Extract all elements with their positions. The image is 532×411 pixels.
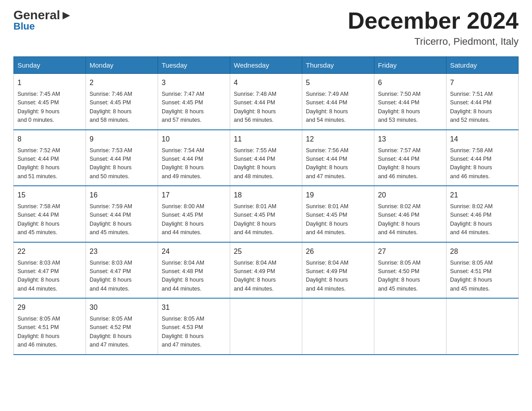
day-number: 30 bbox=[90, 302, 154, 313]
calendar-week-row: 22Sunrise: 8:03 AMSunset: 4:47 PMDayligh… bbox=[14, 242, 519, 299]
table-row: 24Sunrise: 8:04 AMSunset: 4:48 PMDayligh… bbox=[158, 242, 230, 299]
col-saturday: Saturday bbox=[446, 57, 519, 74]
table-row: 6Sunrise: 7:50 AMSunset: 4:44 PMDaylight… bbox=[374, 74, 446, 130]
calendar-week-row: 15Sunrise: 7:58 AMSunset: 4:44 PMDayligh… bbox=[14, 186, 519, 242]
table-row: 7Sunrise: 7:51 AMSunset: 4:44 PMDaylight… bbox=[446, 74, 519, 130]
table-row: 19Sunrise: 8:01 AMSunset: 4:45 PMDayligh… bbox=[302, 186, 374, 242]
day-info: Sunrise: 8:04 AMSunset: 4:48 PMDaylight:… bbox=[162, 259, 226, 294]
day-info: Sunrise: 8:05 AMSunset: 4:51 PMDaylight:… bbox=[17, 315, 82, 350]
day-number: 4 bbox=[234, 77, 298, 88]
table-row bbox=[302, 298, 374, 355]
table-row: 28Sunrise: 8:05 AMSunset: 4:51 PMDayligh… bbox=[446, 242, 519, 299]
calendar-week-row: 29Sunrise: 8:05 AMSunset: 4:51 PMDayligh… bbox=[14, 298, 519, 355]
table-row: 20Sunrise: 8:02 AMSunset: 4:46 PMDayligh… bbox=[374, 186, 446, 242]
day-info: Sunrise: 8:02 AMSunset: 4:46 PMDaylight:… bbox=[378, 202, 442, 237]
col-monday: Monday bbox=[86, 57, 158, 74]
day-number: 21 bbox=[450, 190, 515, 201]
location-title: Tricerro, Piedmont, Italy bbox=[348, 36, 519, 47]
table-row bbox=[230, 298, 302, 355]
day-info: Sunrise: 8:01 AMSunset: 4:45 PMDaylight:… bbox=[306, 202, 370, 237]
day-info: Sunrise: 8:03 AMSunset: 4:47 PMDaylight:… bbox=[90, 259, 154, 294]
table-row: 5Sunrise: 7:49 AMSunset: 4:44 PMDaylight… bbox=[302, 74, 374, 130]
col-friday: Friday bbox=[374, 57, 446, 74]
day-number: 28 bbox=[450, 246, 515, 257]
day-number: 11 bbox=[234, 134, 298, 145]
day-number: 14 bbox=[450, 134, 515, 145]
day-info: Sunrise: 8:03 AMSunset: 4:47 PMDaylight:… bbox=[17, 259, 82, 294]
logo-arrow-icon: ► bbox=[60, 9, 73, 21]
table-row: 1Sunrise: 7:45 AMSunset: 4:45 PMDaylight… bbox=[14, 74, 86, 130]
table-row: 10Sunrise: 7:54 AMSunset: 4:44 PMDayligh… bbox=[158, 130, 230, 186]
day-info: Sunrise: 8:05 AMSunset: 4:51 PMDaylight:… bbox=[450, 259, 515, 294]
day-info: Sunrise: 7:53 AMSunset: 4:44 PMDaylight:… bbox=[90, 146, 154, 181]
day-number: 24 bbox=[162, 246, 226, 257]
day-info: Sunrise: 8:04 AMSunset: 4:49 PMDaylight:… bbox=[234, 259, 298, 294]
table-row: 18Sunrise: 8:01 AMSunset: 4:45 PMDayligh… bbox=[230, 186, 302, 242]
day-info: Sunrise: 7:58 AMSunset: 4:44 PMDaylight:… bbox=[17, 202, 82, 237]
day-info: Sunrise: 7:45 AMSunset: 4:45 PMDaylight:… bbox=[17, 90, 82, 125]
day-info: Sunrise: 8:02 AMSunset: 4:46 PMDaylight:… bbox=[450, 202, 515, 237]
table-row: 23Sunrise: 8:03 AMSunset: 4:47 PMDayligh… bbox=[86, 242, 158, 299]
day-number: 29 bbox=[17, 302, 82, 313]
table-row: 31Sunrise: 8:05 AMSunset: 4:53 PMDayligh… bbox=[158, 298, 230, 355]
title-section: December 2024 Tricerro, Piedmont, Italy bbox=[348, 9, 519, 47]
table-row: 26Sunrise: 8:04 AMSunset: 4:49 PMDayligh… bbox=[302, 242, 374, 299]
day-number: 10 bbox=[162, 134, 226, 145]
day-info: Sunrise: 8:05 AMSunset: 4:52 PMDaylight:… bbox=[90, 315, 154, 350]
day-info: Sunrise: 7:57 AMSunset: 4:44 PMDaylight:… bbox=[378, 146, 442, 181]
table-row: 12Sunrise: 7:56 AMSunset: 4:44 PMDayligh… bbox=[302, 130, 374, 186]
col-wednesday: Wednesday bbox=[230, 57, 302, 74]
day-info: Sunrise: 7:46 AMSunset: 4:45 PMDaylight:… bbox=[90, 90, 154, 125]
day-info: Sunrise: 8:01 AMSunset: 4:45 PMDaylight:… bbox=[234, 202, 298, 237]
day-number: 5 bbox=[306, 77, 370, 88]
day-info: Sunrise: 8:05 AMSunset: 4:53 PMDaylight:… bbox=[162, 315, 226, 350]
table-row: 29Sunrise: 8:05 AMSunset: 4:51 PMDayligh… bbox=[14, 298, 86, 355]
day-info: Sunrise: 7:58 AMSunset: 4:44 PMDaylight:… bbox=[450, 146, 515, 181]
day-number: 2 bbox=[90, 77, 154, 88]
day-number: 18 bbox=[234, 190, 298, 201]
calendar-week-row: 1Sunrise: 7:45 AMSunset: 4:45 PMDaylight… bbox=[14, 74, 519, 130]
day-number: 8 bbox=[17, 134, 82, 145]
table-row: 30Sunrise: 8:05 AMSunset: 4:52 PMDayligh… bbox=[86, 298, 158, 355]
table-row: 2Sunrise: 7:46 AMSunset: 4:45 PMDaylight… bbox=[86, 74, 158, 130]
day-number: 31 bbox=[162, 302, 226, 313]
day-number: 17 bbox=[162, 190, 226, 201]
col-tuesday: Tuesday bbox=[158, 57, 230, 74]
day-number: 20 bbox=[378, 190, 442, 201]
table-row: 3Sunrise: 7:47 AMSunset: 4:45 PMDaylight… bbox=[158, 74, 230, 130]
table-row: 15Sunrise: 7:58 AMSunset: 4:44 PMDayligh… bbox=[14, 186, 86, 242]
table-row: 9Sunrise: 7:53 AMSunset: 4:44 PMDaylight… bbox=[86, 130, 158, 186]
day-number: 12 bbox=[306, 134, 370, 145]
calendar-week-row: 8Sunrise: 7:52 AMSunset: 4:44 PMDaylight… bbox=[14, 130, 519, 186]
day-info: Sunrise: 8:00 AMSunset: 4:45 PMDaylight:… bbox=[162, 202, 226, 237]
day-number: 3 bbox=[162, 77, 226, 88]
day-info: Sunrise: 7:47 AMSunset: 4:45 PMDaylight:… bbox=[162, 90, 226, 125]
day-info: Sunrise: 7:52 AMSunset: 4:44 PMDaylight:… bbox=[17, 146, 82, 181]
table-row: 8Sunrise: 7:52 AMSunset: 4:44 PMDaylight… bbox=[14, 130, 86, 186]
table-row: 14Sunrise: 7:58 AMSunset: 4:44 PMDayligh… bbox=[446, 130, 519, 186]
day-number: 25 bbox=[234, 246, 298, 257]
table-row: 11Sunrise: 7:55 AMSunset: 4:44 PMDayligh… bbox=[230, 130, 302, 186]
day-info: Sunrise: 7:51 AMSunset: 4:44 PMDaylight:… bbox=[450, 90, 515, 125]
day-number: 16 bbox=[90, 190, 154, 201]
table-row: 16Sunrise: 7:59 AMSunset: 4:44 PMDayligh… bbox=[86, 186, 158, 242]
col-sunday: Sunday bbox=[14, 57, 86, 74]
month-title: December 2024 bbox=[348, 9, 519, 32]
day-info: Sunrise: 7:54 AMSunset: 4:44 PMDaylight:… bbox=[162, 146, 226, 181]
logo-blue-text: Blue bbox=[13, 21, 35, 31]
day-number: 1 bbox=[17, 77, 82, 88]
day-number: 13 bbox=[378, 134, 442, 145]
table-row: 22Sunrise: 8:03 AMSunset: 4:47 PMDayligh… bbox=[14, 242, 86, 299]
logo: General► Blue bbox=[13, 9, 73, 31]
table-row bbox=[446, 298, 519, 355]
day-number: 27 bbox=[378, 246, 442, 257]
day-info: Sunrise: 7:49 AMSunset: 4:44 PMDaylight:… bbox=[306, 90, 370, 125]
table-row bbox=[374, 298, 446, 355]
logo-general-text: General► bbox=[13, 9, 73, 21]
day-info: Sunrise: 8:05 AMSunset: 4:50 PMDaylight:… bbox=[378, 259, 442, 294]
day-info: Sunrise: 7:55 AMSunset: 4:44 PMDaylight:… bbox=[234, 146, 298, 181]
table-row: 13Sunrise: 7:57 AMSunset: 4:44 PMDayligh… bbox=[374, 130, 446, 186]
table-row: 17Sunrise: 8:00 AMSunset: 4:45 PMDayligh… bbox=[158, 186, 230, 242]
day-number: 6 bbox=[378, 77, 442, 88]
day-number: 23 bbox=[90, 246, 154, 257]
